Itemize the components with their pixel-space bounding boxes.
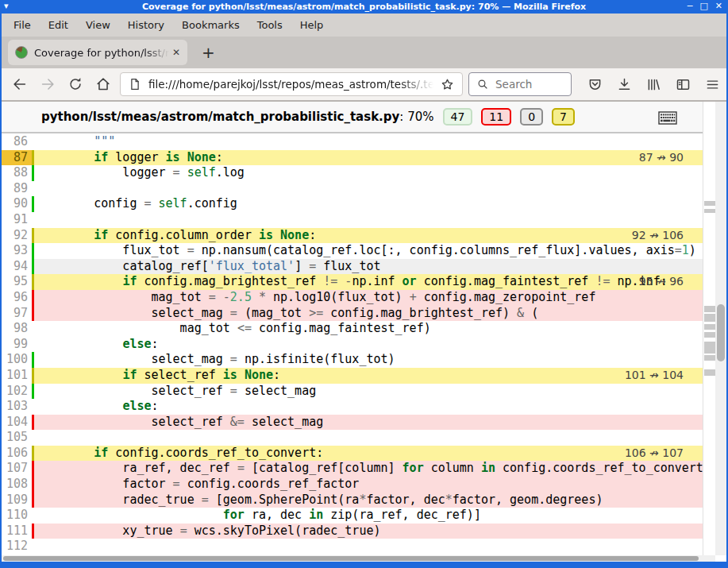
line-number-88[interactable]: 88 [2, 165, 32, 181]
branch-annotation: 101 ↛ 104 [625, 368, 684, 384]
reload-button[interactable] [64, 73, 87, 95]
code-text: mag_tot <= config.mag_faintest_ref) [32, 321, 703, 337]
source-line-86: 86 """ [2, 134, 715, 150]
horizontal-scrollbar[interactable] [2, 555, 715, 562]
source-line-88: 88 logger = self.log [2, 165, 715, 181]
pocket-icon[interactable] [587, 76, 603, 93]
code-text [32, 212, 703, 228]
line-number-92[interactable]: 92 [2, 228, 32, 244]
url-text[interactable]: file:///home/parejkoj/lsst/repos/meas_as… [148, 78, 433, 91]
sidebar-icon[interactable] [675, 76, 691, 93]
keyboard-shortcuts-icon[interactable] [658, 111, 677, 125]
line-number-102[interactable]: 102 [2, 384, 32, 400]
search-placeholder: Search [495, 78, 532, 91]
line-number-108[interactable]: 108 [2, 477, 32, 493]
source-line-110: 110 for ra, dec in zip(ra_ref, dec_ref)] [2, 508, 715, 524]
source-line-101: 101 if select_ref is None:101 ↛ 104 [2, 368, 715, 384]
line-number-96[interactable]: 96 [2, 290, 32, 306]
new-tab-button[interactable]: + [202, 44, 215, 60]
menu-bookmarks[interactable]: Bookmarks [173, 17, 248, 33]
source-line-112: 112 [2, 539, 715, 554]
code-text: catalog_ref['flux_total'] = flux_tot [32, 259, 703, 275]
line-number-99[interactable]: 99 [2, 337, 32, 353]
minimize-button[interactable]: ─ [688, 1, 693, 11]
home-button[interactable] [92, 73, 114, 95]
missed-line-marker [704, 324, 715, 330]
menu-tools[interactable]: Tools [248, 17, 291, 33]
count-button-mis[interactable]: 11 [481, 108, 511, 126]
code-text: else: [32, 399, 703, 415]
source-line-100: 100 select_mag = np.isfinite(flux_tot) [2, 352, 715, 368]
line-number-111[interactable]: 111 [2, 524, 32, 539]
code-text: if select_ref is None: [32, 368, 703, 384]
close-button[interactable]: ✕ [715, 1, 722, 11]
window-menu-icon[interactable]: ▾ [4, 1, 9, 11]
forward-button[interactable] [37, 73, 59, 95]
branch-annotation: 95 ↛ 96 [639, 274, 684, 290]
back-button[interactable] [9, 73, 31, 95]
source-line-108: 108 factor = config.coords_ref_factor [2, 477, 715, 493]
line-number-103[interactable]: 103 [2, 399, 32, 415]
line-number-105[interactable]: 105 [2, 430, 32, 446]
count-button-run[interactable]: 47 [443, 108, 473, 126]
line-number-104[interactable]: 104 [2, 415, 32, 431]
source-line-93: 93 flux_tot = np.nansum(catalog_ref.loc[… [2, 243, 715, 259]
menu-edit[interactable]: Edit [40, 17, 77, 33]
menu-help[interactable]: Help [291, 17, 333, 33]
vertical-scrollbar-thumb[interactable] [717, 304, 725, 361]
library-icon[interactable] [645, 76, 662, 93]
source-line-104: 104 select_ref &= select_mag [2, 415, 715, 431]
line-number-100[interactable]: 100 [2, 352, 32, 368]
coverage-header: python/lsst/meas/astrom/match_probabilis… [2, 102, 726, 133]
vertical-scrollbar[interactable] [715, 102, 726, 555]
source-line-105: 105 [2, 430, 715, 446]
line-number-98[interactable]: 98 [2, 321, 32, 337]
branch-annotation: 87 ↛ 90 [639, 150, 684, 166]
line-number-89[interactable]: 89 [2, 181, 32, 197]
tab-bar: Coverage for python/lsst/mea ✕ + [2, 37, 726, 68]
code-text [32, 181, 703, 197]
line-number-110[interactable]: 110 [2, 508, 32, 524]
code-text: if logger is None: [32, 150, 703, 166]
url-bar[interactable]: file:///home/parejkoj/lsst/repos/meas_as… [120, 72, 463, 96]
menu-view[interactable]: View [77, 17, 119, 33]
menu-bar: FileEditViewHistoryBookmarksToolsHelp [2, 14, 726, 37]
code-text [32, 430, 703, 446]
line-number-94[interactable]: 94 [2, 259, 32, 275]
menu-history[interactable]: History [119, 17, 173, 33]
tab-coverage[interactable]: Coverage for python/lsst/mea ✕ [8, 40, 187, 65]
line-number-95[interactable]: 95 [2, 274, 32, 290]
line-number-112[interactable]: 112 [2, 539, 32, 554]
horizontal-scrollbar-thumb[interactable] [3, 556, 699, 561]
source-line-94: 94 catalog_ref['flux_total'] = flux_tot [2, 259, 715, 275]
count-button-par[interactable]: 7 [552, 108, 575, 126]
code-text: if config.mag_brightest_ref != -np.inf o… [32, 274, 703, 290]
count-button-exc[interactable]: 0 [520, 108, 543, 126]
search-box[interactable]: Search [468, 72, 572, 96]
code-text: """ [32, 134, 703, 150]
missed-line-marker [704, 201, 715, 206]
downloads-icon[interactable] [616, 76, 633, 93]
tab-close-icon[interactable]: ✕ [172, 47, 180, 58]
line-number-97[interactable]: 97 [2, 306, 32, 322]
menu-file[interactable]: File [5, 17, 40, 33]
line-number-90[interactable]: 90 [2, 196, 32, 212]
bookmark-star-icon[interactable] [440, 77, 455, 92]
line-number-101[interactable]: 101 [2, 368, 32, 384]
line-number-93[interactable]: 93 [2, 243, 32, 259]
missed-line-marker [704, 209, 715, 213]
source-line-99: 99 else: [2, 337, 715, 353]
line-number-106[interactable]: 106 [2, 446, 32, 462]
line-number-107[interactable]: 107 [2, 461, 32, 477]
line-number-87[interactable]: 87 [2, 150, 32, 166]
tab-title: Coverage for python/lsst/mea [34, 47, 169, 59]
hamburger-menu-icon[interactable] [704, 76, 721, 93]
title-bar[interactable]: ▾ Coverage for python/lsst/meas/astrom/m… [0, 0, 728, 14]
maximize-button[interactable]: □ [699, 1, 707, 11]
line-number-86[interactable]: 86 [2, 134, 32, 150]
line-number-109[interactable]: 109 [2, 493, 32, 508]
source-line-106: 106 if config.coords_ref_to_convert:106 … [2, 446, 715, 462]
code-text: config = self.config [32, 196, 703, 212]
line-number-91[interactable]: 91 [2, 212, 32, 228]
code-text: if config.column_order is None: [32, 228, 703, 244]
